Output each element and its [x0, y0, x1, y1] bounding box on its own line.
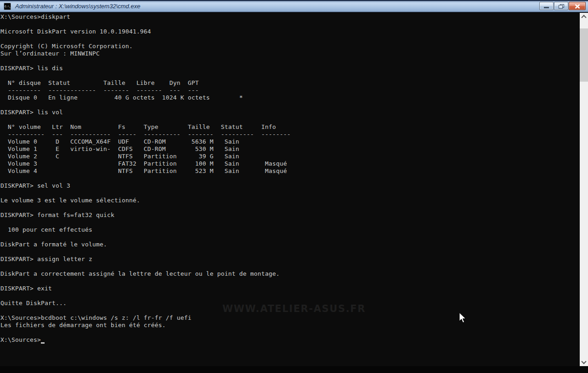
minimize-button[interactable]: [539, 2, 554, 10]
cmd-icon[interactable]: C:\_: [4, 3, 11, 10]
chevron-up-icon: [581, 15, 586, 20]
minimize-icon: [544, 7, 549, 8]
scroll-up-button[interactable]: [580, 13, 588, 21]
console-text: X:\Sources>diskpart Microsoft DiskPart v…: [0, 13, 291, 344]
restore-button[interactable]: [554, 2, 568, 10]
window-bottom-edge: [0, 366, 588, 373]
console-area[interactable]: WWW.ATELIER-ASUS.FR X:\Sources>diskpart …: [0, 13, 580, 373]
scrollbar[interactable]: [580, 13, 588, 366]
scroll-down-button[interactable]: [580, 358, 588, 366]
cmd-window: C:\_ Administrateur : X:\windows\system3…: [0, 0, 588, 373]
close-icon: [575, 4, 580, 9]
chevron-down-icon: [581, 359, 586, 364]
window-title: Administrateur : X:\windows\system32\cmd…: [15, 3, 140, 10]
mouse-cursor: [459, 312, 467, 323]
titlebar[interactable]: C:\_ Administrateur : X:\windows\system3…: [0, 0, 588, 13]
scrollbar-thumb[interactable]: [580, 28, 588, 82]
restore-icon: [559, 4, 564, 9]
close-button[interactable]: [569, 2, 586, 10]
window-controls: [539, 2, 586, 10]
cmd-icon-text: C:\_: [5, 5, 11, 8]
terminal-cursor: [41, 342, 45, 344]
